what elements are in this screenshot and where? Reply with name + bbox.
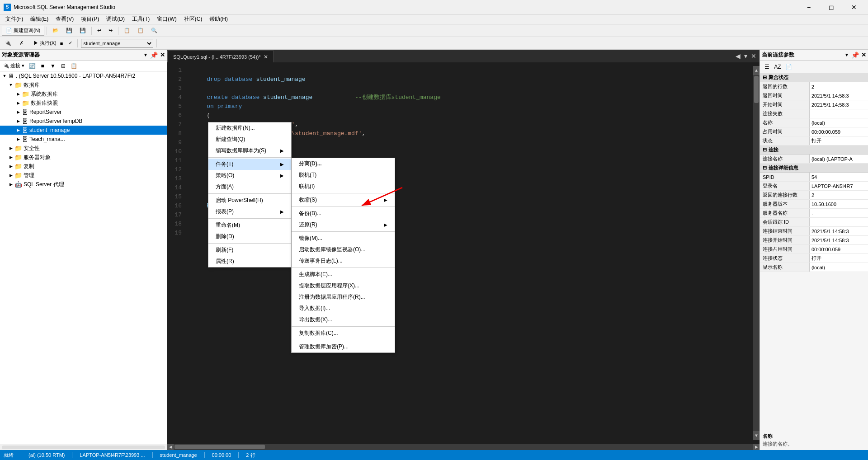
panel-close-btn[interactable]: ✕ (160, 52, 165, 58)
tab-nav-right[interactable]: ▾ (743, 52, 749, 60)
tree-sql-agent-node[interactable]: ▶ 🤖 SQL Server 代理 (0, 180, 167, 189)
tree-reportserver-node[interactable]: ▶ 🗄 ReportServer (0, 108, 167, 117)
tree-databases-node[interactable]: ▼ 📁 数据库 (0, 80, 167, 89)
ctx-powershell[interactable]: 启动 PowerShell(H) (208, 195, 291, 206)
props-pin-button[interactable]: 📌 (850, 52, 860, 59)
stop-tool-button[interactable]: ■ (38, 61, 47, 70)
props-close-btn[interactable]: ✕ (861, 52, 866, 58)
submenu-detach[interactable]: 分离(D)... (292, 158, 395, 169)
window-controls[interactable]: − ◻ ✕ (798, 0, 864, 14)
scroll-down-button[interactable]: ▼ (753, 431, 760, 440)
new-query-button[interactable]: 📄 新建查询(N) (2, 26, 44, 36)
ctx-facets[interactable]: 方面(A) (208, 181, 291, 192)
save-all-button[interactable]: 💾 (76, 26, 89, 36)
submenu-log-shipping[interactable]: 传送事务日志(L)... (292, 255, 395, 267)
server-objects-expand-icon[interactable]: ▶ (7, 154, 14, 161)
props-dropdown-btn[interactable]: ▾ (844, 52, 849, 58)
reportserver-tempdb-expand-icon[interactable]: ▶ (14, 117, 22, 125)
scroll-right-button[interactable]: ▶ (753, 444, 760, 450)
replication-expand-icon[interactable]: ▶ (7, 163, 14, 170)
teach-mana-expand-icon[interactable]: ▶ (14, 136, 22, 143)
tree-student-manage-node[interactable]: ▶ 🗄 student_manage (0, 126, 167, 135)
submenu-backup[interactable]: 备份(B)... (292, 208, 395, 219)
save-button[interactable]: 💾 (63, 26, 75, 36)
scroll-left-button[interactable]: ◀ (167, 444, 174, 450)
tab-nav-left[interactable]: ◀ (734, 52, 742, 60)
submenu-gen-script[interactable]: 生成脚本(E)... (292, 269, 395, 280)
panel-dropdown-btn[interactable]: ▾ (143, 52, 148, 58)
submenu-offline[interactable]: 脱机(T) (292, 169, 395, 181)
submenu-register-dac[interactable]: 注册为数据层应用程序(R)... (292, 291, 395, 303)
submenu-copy-db[interactable]: 复制数据库(C)... (292, 328, 395, 339)
props-section-conn[interactable]: ⊟ 连接 (760, 146, 868, 155)
props-page-btn[interactable]: 📄 (783, 62, 793, 71)
tree-security-node[interactable]: ▶ 📁 安全性 (0, 144, 167, 153)
submenu-restore[interactable]: 还原(R) ▶ (292, 219, 395, 230)
sql-agent-expand-icon[interactable]: ▶ (7, 181, 14, 188)
maximize-button[interactable]: ◻ (821, 0, 842, 14)
tree-server-objects-node[interactable]: ▶ 📁 服务器对象 (0, 153, 167, 162)
disconnect-button[interactable]: ✗ (16, 38, 27, 48)
tree-reportserver-tempdb-node[interactable]: ▶ 🗄 ReportServerTempDB (0, 117, 167, 126)
tree-scrollbar-h[interactable] (0, 444, 167, 450)
ctx-delete[interactable]: 删除(D) (208, 231, 291, 242)
close-button[interactable]: ✕ (844, 0, 864, 14)
tree-snapshot-node[interactable]: ▶ 📁 数据库快照 (0, 99, 167, 108)
submenu-mirror-monitor[interactable]: 启动数据库镜像监视器(O)... (292, 244, 395, 255)
connect-button[interactable]: 🔌 连接 ▾ (1, 61, 27, 70)
tab-close-area[interactable]: ✕ (750, 52, 758, 60)
ctx-tasks[interactable]: 任务(T) ▶ 分离(D)... 脱机(T) 联机(I) 收缩(S) ▶ 备份(… (208, 159, 291, 170)
menu-view[interactable]: 查看(V) (52, 14, 77, 24)
submenu-mirror[interactable]: 镜像(M)... (292, 233, 395, 244)
properties-tool-button[interactable]: 📋 (69, 61, 79, 70)
system-db-expand-icon[interactable]: ▶ (14, 90, 22, 98)
menu-help[interactable]: 帮助(H) (206, 14, 231, 24)
toolbar-btn-extra3[interactable]: 🔍 (148, 26, 160, 36)
reportserver-expand-icon[interactable]: ▶ (14, 108, 22, 116)
submenu-extract-dac[interactable]: 提取数据层应用程序(X)... (292, 280, 395, 291)
scroll-thumb[interactable] (754, 76, 759, 103)
collapse-tool-button[interactable]: ⊟ (58, 61, 68, 70)
refresh-tool-button[interactable]: 🔄 (27, 61, 37, 70)
props-sort-cat-btn[interactable]: ☰ (762, 62, 772, 71)
ctx-reports[interactable]: 报表(P) ▶ (208, 206, 291, 217)
tree-replication-node[interactable]: ▶ 📁 复制 (0, 162, 167, 171)
ctx-new-database[interactable]: 新建数据库(N)... (208, 122, 291, 134)
scroll-h-thumb[interactable] (175, 445, 265, 449)
database-selector[interactable]: student_manage (81, 39, 153, 48)
pin-button[interactable]: 📌 (149, 52, 159, 59)
connect-db-button[interactable]: 🔌 (2, 38, 14, 48)
props-section-conndetail[interactable]: ⊟ 连接详细信息 (760, 164, 868, 173)
ctx-write-script[interactable]: 编写数据库脚本为(S) ▶ (208, 145, 291, 156)
filter-tool-button[interactable]: ▼ (48, 61, 58, 70)
tree-teach-mana-node[interactable]: ▶ 🗄 Teach_mana... (0, 135, 167, 144)
editor-tab-1[interactable]: SQLQuery1.sql - (l...l4R7F\23993 (54))* … (167, 51, 274, 62)
management-expand-icon[interactable]: ▶ (7, 172, 14, 179)
editor-scrollbar-h[interactable]: ◀ ▶ (167, 444, 760, 450)
props-sort-alpha-btn[interactable]: AZ (773, 62, 783, 71)
menu-tools[interactable]: 工具(T) (128, 14, 153, 24)
menu-window[interactable]: 窗口(W) (153, 14, 180, 24)
submenu-import-data[interactable]: 导入数据(I)... (292, 303, 395, 314)
submenu-online[interactable]: 联机(I) (292, 181, 395, 192)
undo-button[interactable]: ↩ (94, 26, 104, 36)
tree-server-node[interactable]: ▼ 🖥 . (SQL Server 10.50.1600 - LAPTOP-AN… (0, 71, 167, 80)
tree-system-db-node[interactable]: ▶ 📁 系统数据库 (0, 89, 167, 99)
scroll-up-button[interactable]: ▲ (753, 66, 760, 75)
menu-debug[interactable]: 调试(D) (103, 14, 128, 24)
tab-close-button[interactable]: ✕ (264, 54, 268, 60)
open-file-button[interactable]: 📂 (49, 26, 62, 36)
ctx-new-query[interactable]: 新建查询(Q) (208, 134, 291, 145)
menu-file[interactable]: 文件(F) (2, 14, 27, 24)
ctx-policies[interactable]: 策略(O) ▶ (208, 170, 291, 181)
submenu-export-data[interactable]: 导出数据(X)... (292, 314, 395, 325)
menu-edit[interactable]: 编辑(E) (27, 14, 52, 24)
props-section-aggregate[interactable]: ⊟ 聚合状态 (760, 73, 868, 82)
scroll-h-track[interactable] (175, 445, 752, 449)
stop-label[interactable]: ■ (58, 41, 65, 46)
ctx-properties[interactable]: 属性(R) (208, 256, 291, 267)
menu-project[interactable]: 项目(P) (77, 14, 103, 24)
minimize-button[interactable]: − (798, 0, 819, 14)
ctx-refresh[interactable]: 刷新(F) (208, 244, 291, 256)
ctx-rename[interactable]: 重命名(M) (208, 220, 291, 231)
